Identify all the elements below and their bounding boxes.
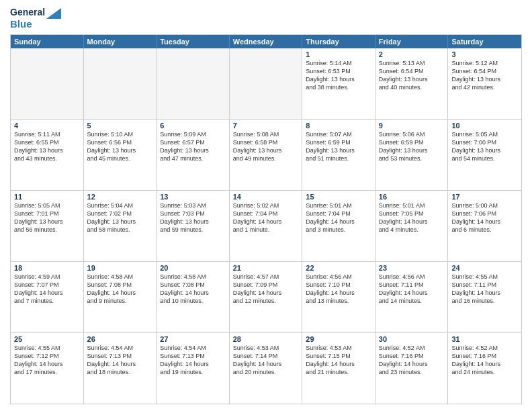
page: General Blue SundayMondayTuesdayWednesda…	[0, 0, 532, 411]
day-number: 4	[14, 122, 80, 130]
header-day-wednesday: Wednesday	[230, 35, 303, 48]
day-info: Sunrise: 4:58 AM Sunset: 7:08 PM Dayligh…	[160, 273, 226, 306]
day-cell-22: 22Sunrise: 4:56 AM Sunset: 7:10 PM Dayli…	[302, 262, 375, 332]
day-number: 5	[87, 122, 153, 130]
day-info: Sunrise: 5:03 AM Sunset: 7:03 PM Dayligh…	[160, 201, 226, 234]
day-info: Sunrise: 5:09 AM Sunset: 6:57 PM Dayligh…	[160, 130, 226, 163]
calendar-week-5: 25Sunrise: 4:55 AM Sunset: 7:12 PM Dayli…	[11, 332, 521, 404]
day-cell-7: 7Sunrise: 5:08 AM Sunset: 6:58 PM Daylig…	[230, 120, 303, 190]
day-info: Sunrise: 4:58 AM Sunset: 7:08 PM Dayligh…	[87, 273, 153, 306]
day-info: Sunrise: 5:02 AM Sunset: 7:04 PM Dayligh…	[233, 201, 299, 234]
header-day-tuesday: Tuesday	[157, 35, 230, 48]
calendar: SundayMondayTuesdayWednesdayThursdayFrid…	[10, 34, 522, 405]
empty-cell	[157, 48, 230, 119]
day-info: Sunrise: 4:55 AM Sunset: 7:11 PM Dayligh…	[451, 273, 518, 306]
calendar-week-3: 11Sunrise: 5:05 AM Sunset: 7:01 PM Dayli…	[11, 190, 521, 261]
day-cell-8: 8Sunrise: 5:07 AM Sunset: 6:59 PM Daylig…	[302, 120, 375, 190]
day-cell-4: 4Sunrise: 5:11 AM Sunset: 6:55 PM Daylig…	[11, 120, 84, 190]
day-info: Sunrise: 5:14 AM Sunset: 6:53 PM Dayligh…	[306, 59, 371, 92]
day-number: 14	[233, 193, 299, 201]
day-info: Sunrise: 5:10 AM Sunset: 6:56 PM Dayligh…	[87, 130, 153, 163]
day-number: 26	[87, 335, 153, 343]
day-number: 10	[451, 122, 518, 130]
day-cell-18: 18Sunrise: 4:59 AM Sunset: 7:07 PM Dayli…	[11, 262, 84, 332]
header-day-thursday: Thursday	[302, 35, 375, 48]
day-cell-6: 6Sunrise: 5:09 AM Sunset: 6:57 PM Daylig…	[157, 120, 230, 190]
day-number: 23	[379, 264, 445, 272]
empty-cell	[84, 48, 157, 119]
day-number: 30	[379, 335, 445, 343]
calendar-week-2: 4Sunrise: 5:11 AM Sunset: 6:55 PM Daylig…	[11, 119, 521, 190]
day-number: 27	[160, 335, 226, 343]
day-cell-26: 26Sunrise: 4:54 AM Sunset: 7:13 PM Dayli…	[84, 333, 157, 404]
day-number: 24	[451, 264, 518, 272]
day-info: Sunrise: 4:56 AM Sunset: 7:11 PM Dayligh…	[379, 273, 445, 306]
logo-icon	[46, 8, 61, 19]
day-cell-9: 9Sunrise: 5:06 AM Sunset: 6:59 PM Daylig…	[375, 120, 449, 190]
day-cell-10: 10Sunrise: 5:05 AM Sunset: 7:00 PM Dayli…	[448, 120, 521, 190]
day-info: Sunrise: 4:55 AM Sunset: 7:12 PM Dayligh…	[14, 344, 80, 377]
day-info: Sunrise: 5:05 AM Sunset: 7:00 PM Dayligh…	[451, 130, 518, 163]
day-number: 6	[160, 122, 226, 130]
day-info: Sunrise: 4:54 AM Sunset: 7:13 PM Dayligh…	[87, 344, 153, 377]
day-cell-24: 24Sunrise: 4:55 AM Sunset: 7:11 PM Dayli…	[448, 262, 521, 332]
day-number: 13	[160, 193, 226, 201]
day-number: 12	[87, 193, 153, 201]
day-info: Sunrise: 5:13 AM Sunset: 6:54 PM Dayligh…	[379, 59, 445, 92]
header-day-saturday: Saturday	[448, 35, 521, 48]
header: General Blue	[10, 7, 522, 30]
day-info: Sunrise: 5:01 AM Sunset: 7:04 PM Dayligh…	[306, 201, 371, 234]
day-number: 31	[451, 335, 518, 343]
day-number: 7	[233, 122, 299, 130]
day-cell-16: 16Sunrise: 5:01 AM Sunset: 7:05 PM Dayli…	[375, 191, 449, 261]
day-info: Sunrise: 5:05 AM Sunset: 7:01 PM Dayligh…	[14, 201, 80, 234]
day-cell-13: 13Sunrise: 5:03 AM Sunset: 7:03 PM Dayli…	[157, 191, 230, 261]
header-day-sunday: Sunday	[11, 35, 84, 48]
day-number: 9	[379, 122, 445, 130]
header-day-monday: Monday	[84, 35, 157, 48]
calendar-week-1: 1Sunrise: 5:14 AM Sunset: 6:53 PM Daylig…	[11, 48, 521, 119]
day-info: Sunrise: 5:00 AM Sunset: 7:06 PM Dayligh…	[451, 201, 518, 234]
day-number: 2	[379, 50, 445, 58]
day-number: 19	[87, 264, 153, 272]
day-number: 17	[451, 193, 518, 201]
svg-marker-0	[46, 8, 61, 19]
day-cell-1: 1Sunrise: 5:14 AM Sunset: 6:53 PM Daylig…	[302, 48, 375, 119]
calendar-week-4: 18Sunrise: 4:59 AM Sunset: 7:07 PM Dayli…	[11, 261, 521, 332]
calendar-header: SundayMondayTuesdayWednesdayThursdayFrid…	[11, 35, 521, 48]
day-number: 20	[160, 264, 226, 272]
day-number: 29	[306, 335, 371, 343]
logo: General Blue	[10, 7, 61, 30]
calendar-body: 1Sunrise: 5:14 AM Sunset: 6:53 PM Daylig…	[11, 48, 521, 404]
day-cell-27: 27Sunrise: 4:54 AM Sunset: 7:13 PM Dayli…	[157, 333, 230, 404]
day-info: Sunrise: 5:08 AM Sunset: 6:58 PM Dayligh…	[233, 130, 299, 163]
day-number: 18	[14, 264, 80, 272]
day-number: 3	[451, 50, 518, 58]
day-info: Sunrise: 4:53 AM Sunset: 7:14 PM Dayligh…	[233, 344, 299, 377]
day-cell-20: 20Sunrise: 4:58 AM Sunset: 7:08 PM Dayli…	[157, 262, 230, 332]
day-cell-14: 14Sunrise: 5:02 AM Sunset: 7:04 PM Dayli…	[230, 191, 303, 261]
day-info: Sunrise: 4:57 AM Sunset: 7:09 PM Dayligh…	[233, 273, 299, 306]
day-info: Sunrise: 5:07 AM Sunset: 6:59 PM Dayligh…	[306, 130, 371, 163]
day-cell-31: 31Sunrise: 4:52 AM Sunset: 7:16 PM Dayli…	[448, 333, 521, 404]
day-cell-17: 17Sunrise: 5:00 AM Sunset: 7:06 PM Dayli…	[448, 191, 521, 261]
day-number: 25	[14, 335, 80, 343]
day-cell-29: 29Sunrise: 4:53 AM Sunset: 7:15 PM Dayli…	[302, 333, 375, 404]
day-number: 28	[233, 335, 299, 343]
day-number: 22	[306, 264, 371, 272]
day-number: 16	[379, 193, 445, 201]
day-number: 11	[14, 193, 80, 201]
day-cell-12: 12Sunrise: 5:04 AM Sunset: 7:02 PM Dayli…	[84, 191, 157, 261]
day-cell-19: 19Sunrise: 4:58 AM Sunset: 7:08 PM Dayli…	[84, 262, 157, 332]
day-info: Sunrise: 4:59 AM Sunset: 7:07 PM Dayligh…	[14, 273, 80, 306]
day-info: Sunrise: 5:12 AM Sunset: 6:54 PM Dayligh…	[451, 59, 518, 92]
day-info: Sunrise: 5:06 AM Sunset: 6:59 PM Dayligh…	[379, 130, 445, 163]
day-cell-15: 15Sunrise: 5:01 AM Sunset: 7:04 PM Dayli…	[302, 191, 375, 261]
day-info: Sunrise: 5:11 AM Sunset: 6:55 PM Dayligh…	[14, 130, 80, 163]
day-cell-30: 30Sunrise: 4:52 AM Sunset: 7:16 PM Dayli…	[375, 333, 449, 404]
day-info: Sunrise: 4:52 AM Sunset: 7:16 PM Dayligh…	[451, 344, 518, 377]
day-number: 1	[306, 50, 371, 58]
day-info: Sunrise: 5:01 AM Sunset: 7:05 PM Dayligh…	[379, 201, 445, 234]
day-cell-23: 23Sunrise: 4:56 AM Sunset: 7:11 PM Dayli…	[375, 262, 449, 332]
day-info: Sunrise: 4:53 AM Sunset: 7:15 PM Dayligh…	[306, 344, 371, 377]
